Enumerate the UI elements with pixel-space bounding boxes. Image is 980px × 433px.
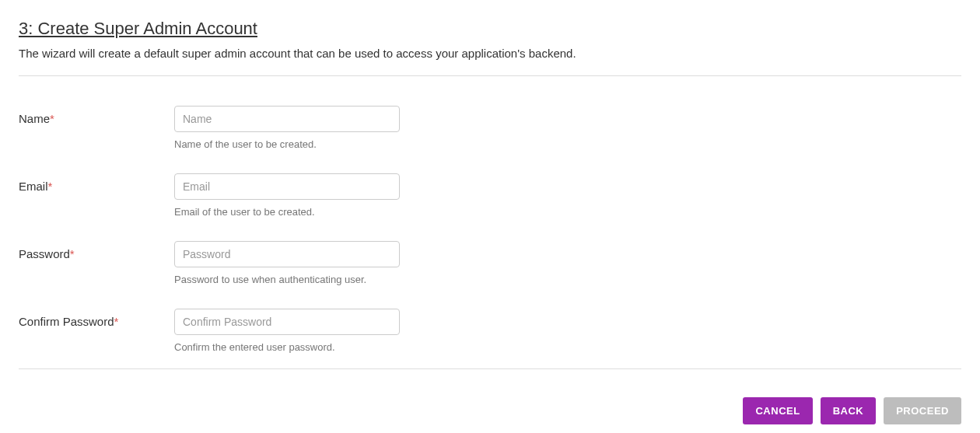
wizard-header: 3: Create Super Admin Account The wizard… [19, 19, 961, 60]
wizard-footer: CANCEL BACK PROCEED [19, 385, 961, 424]
header-divider [19, 75, 961, 76]
email-input-col: Email of the user to be created. [174, 173, 400, 218]
password-input[interactable] [174, 241, 400, 267]
confirm-password-label-text: Confirm Password [19, 315, 114, 328]
confirm-password-required-marker: * [114, 315, 119, 328]
password-label: Password* [19, 241, 174, 260]
footer-divider [19, 368, 961, 369]
password-label-text: Password [19, 247, 70, 260]
password-input-col: Password to use when authenticating user… [174, 241, 400, 285]
email-required-marker: * [48, 180, 53, 193]
confirm-password-input-col: Confirm the entered user password. [174, 309, 400, 353]
email-label-text: Email [19, 180, 48, 193]
confirm-password-label: Confirm Password* [19, 309, 174, 328]
step-title: 3: Create Super Admin Account [19, 19, 961, 39]
back-button[interactable]: BACK [821, 397, 877, 424]
name-input[interactable] [174, 106, 400, 132]
name-label-text: Name [19, 112, 50, 125]
name-input-col: Name of the user to be created. [174, 106, 400, 150]
form-section: Name* Name of the user to be created. Em… [19, 92, 961, 353]
confirm-password-help-text: Confirm the entered user password. [174, 341, 400, 353]
password-required-marker: * [70, 247, 75, 260]
email-label: Email* [19, 173, 174, 193]
form-row-confirm-password: Confirm Password* Confirm the entered us… [19, 309, 961, 353]
cancel-button[interactable]: CANCEL [743, 397, 812, 424]
name-required-marker: * [50, 112, 54, 125]
name-help-text: Name of the user to be created. [174, 138, 400, 150]
form-row-email: Email* Email of the user to be created. [19, 173, 961, 218]
step-description: The wizard will create a default super a… [19, 47, 961, 60]
name-label: Name* [19, 106, 174, 125]
form-row-password: Password* Password to use when authentic… [19, 241, 961, 285]
confirm-password-input[interactable] [174, 309, 400, 335]
email-input[interactable] [174, 173, 400, 200]
password-help-text: Password to use when authenticating user… [174, 274, 400, 285]
form-row-name: Name* Name of the user to be created. [19, 106, 961, 150]
proceed-button[interactable]: PROCEED [884, 397, 961, 424]
email-help-text: Email of the user to be created. [174, 206, 400, 218]
